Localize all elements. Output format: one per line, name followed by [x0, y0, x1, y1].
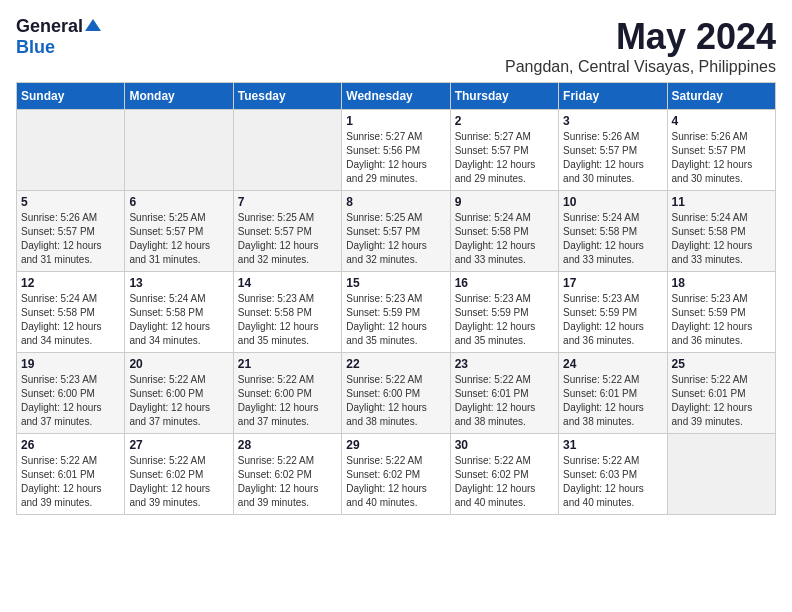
- calendar-cell: 28Sunrise: 5:22 AMSunset: 6:02 PMDayligh…: [233, 434, 341, 515]
- title-area: May 2024 Pangdan, Central Visayas, Phili…: [505, 16, 776, 76]
- logo-icon: [85, 17, 101, 33]
- calendar-cell: [667, 434, 775, 515]
- day-number: 25: [672, 357, 771, 371]
- calendar-cell: 23Sunrise: 5:22 AMSunset: 6:01 PMDayligh…: [450, 353, 558, 434]
- day-number: 14: [238, 276, 337, 290]
- weekday-header-tuesday: Tuesday: [233, 83, 341, 110]
- calendar-cell: 24Sunrise: 5:22 AMSunset: 6:01 PMDayligh…: [559, 353, 667, 434]
- calendar-cell: 20Sunrise: 5:22 AMSunset: 6:00 PMDayligh…: [125, 353, 233, 434]
- day-info: Sunrise: 5:22 AMSunset: 6:02 PMDaylight:…: [238, 454, 337, 510]
- calendar-cell: 13Sunrise: 5:24 AMSunset: 5:58 PMDayligh…: [125, 272, 233, 353]
- calendar-cell: 9Sunrise: 5:24 AMSunset: 5:58 PMDaylight…: [450, 191, 558, 272]
- calendar-cell: 3Sunrise: 5:26 AMSunset: 5:57 PMDaylight…: [559, 110, 667, 191]
- calendar-cell: 12Sunrise: 5:24 AMSunset: 5:58 PMDayligh…: [17, 272, 125, 353]
- day-info: Sunrise: 5:22 AMSunset: 6:01 PMDaylight:…: [672, 373, 771, 429]
- day-info: Sunrise: 5:23 AMSunset: 5:59 PMDaylight:…: [563, 292, 662, 348]
- day-info: Sunrise: 5:24 AMSunset: 5:58 PMDaylight:…: [563, 211, 662, 267]
- calendar-cell: 1Sunrise: 5:27 AMSunset: 5:56 PMDaylight…: [342, 110, 450, 191]
- day-info: Sunrise: 5:26 AMSunset: 5:57 PMDaylight:…: [563, 130, 662, 186]
- logo-blue-text: Blue: [16, 37, 55, 57]
- day-info: Sunrise: 5:22 AMSunset: 6:01 PMDaylight:…: [21, 454, 120, 510]
- day-number: 8: [346, 195, 445, 209]
- day-number: 26: [21, 438, 120, 452]
- day-number: 16: [455, 276, 554, 290]
- day-number: 28: [238, 438, 337, 452]
- calendar-cell: 15Sunrise: 5:23 AMSunset: 5:59 PMDayligh…: [342, 272, 450, 353]
- month-title: May 2024: [505, 16, 776, 58]
- day-info: Sunrise: 5:22 AMSunset: 6:00 PMDaylight:…: [238, 373, 337, 429]
- logo: General Blue: [16, 16, 101, 58]
- calendar-cell: 16Sunrise: 5:23 AMSunset: 5:59 PMDayligh…: [450, 272, 558, 353]
- day-number: 9: [455, 195, 554, 209]
- day-number: 17: [563, 276, 662, 290]
- calendar-body: 1Sunrise: 5:27 AMSunset: 5:56 PMDaylight…: [17, 110, 776, 515]
- day-number: 10: [563, 195, 662, 209]
- day-info: Sunrise: 5:25 AMSunset: 5:57 PMDaylight:…: [346, 211, 445, 267]
- calendar-cell: 2Sunrise: 5:27 AMSunset: 5:57 PMDaylight…: [450, 110, 558, 191]
- day-number: 12: [21, 276, 120, 290]
- day-info: Sunrise: 5:22 AMSunset: 6:02 PMDaylight:…: [346, 454, 445, 510]
- day-info: Sunrise: 5:23 AMSunset: 5:58 PMDaylight:…: [238, 292, 337, 348]
- calendar-cell: 21Sunrise: 5:22 AMSunset: 6:00 PMDayligh…: [233, 353, 341, 434]
- svg-marker-0: [85, 19, 101, 31]
- day-info: Sunrise: 5:25 AMSunset: 5:57 PMDaylight:…: [238, 211, 337, 267]
- calendar-cell: 8Sunrise: 5:25 AMSunset: 5:57 PMDaylight…: [342, 191, 450, 272]
- day-number: 18: [672, 276, 771, 290]
- day-number: 7: [238, 195, 337, 209]
- day-number: 23: [455, 357, 554, 371]
- day-info: Sunrise: 5:24 AMSunset: 5:58 PMDaylight:…: [672, 211, 771, 267]
- weekday-header-thursday: Thursday: [450, 83, 558, 110]
- calendar-cell: [17, 110, 125, 191]
- calendar-week-1: 1Sunrise: 5:27 AMSunset: 5:56 PMDaylight…: [17, 110, 776, 191]
- day-number: 6: [129, 195, 228, 209]
- day-info: Sunrise: 5:22 AMSunset: 6:01 PMDaylight:…: [563, 373, 662, 429]
- calendar-cell: 7Sunrise: 5:25 AMSunset: 5:57 PMDaylight…: [233, 191, 341, 272]
- calendar-cell: 30Sunrise: 5:22 AMSunset: 6:02 PMDayligh…: [450, 434, 558, 515]
- calendar-cell: 17Sunrise: 5:23 AMSunset: 5:59 PMDayligh…: [559, 272, 667, 353]
- weekday-header-monday: Monday: [125, 83, 233, 110]
- calendar-week-2: 5Sunrise: 5:26 AMSunset: 5:57 PMDaylight…: [17, 191, 776, 272]
- day-info: Sunrise: 5:26 AMSunset: 5:57 PMDaylight:…: [672, 130, 771, 186]
- weekday-header-wednesday: Wednesday: [342, 83, 450, 110]
- day-number: 30: [455, 438, 554, 452]
- day-number: 15: [346, 276, 445, 290]
- calendar-cell: 31Sunrise: 5:22 AMSunset: 6:03 PMDayligh…: [559, 434, 667, 515]
- day-info: Sunrise: 5:22 AMSunset: 6:00 PMDaylight:…: [129, 373, 228, 429]
- day-info: Sunrise: 5:23 AMSunset: 6:00 PMDaylight:…: [21, 373, 120, 429]
- calendar-cell: 27Sunrise: 5:22 AMSunset: 6:02 PMDayligh…: [125, 434, 233, 515]
- day-number: 19: [21, 357, 120, 371]
- calendar-cell: [233, 110, 341, 191]
- day-info: Sunrise: 5:27 AMSunset: 5:57 PMDaylight:…: [455, 130, 554, 186]
- logo-general-text: General: [16, 16, 83, 37]
- day-info: Sunrise: 5:22 AMSunset: 6:02 PMDaylight:…: [455, 454, 554, 510]
- weekday-header-saturday: Saturday: [667, 83, 775, 110]
- calendar-cell: 25Sunrise: 5:22 AMSunset: 6:01 PMDayligh…: [667, 353, 775, 434]
- day-number: 29: [346, 438, 445, 452]
- day-number: 5: [21, 195, 120, 209]
- calendar-week-4: 19Sunrise: 5:23 AMSunset: 6:00 PMDayligh…: [17, 353, 776, 434]
- calendar-header-row: SundayMondayTuesdayWednesdayThursdayFrid…: [17, 83, 776, 110]
- calendar-cell: 22Sunrise: 5:22 AMSunset: 6:00 PMDayligh…: [342, 353, 450, 434]
- calendar-cell: [125, 110, 233, 191]
- calendar-week-5: 26Sunrise: 5:22 AMSunset: 6:01 PMDayligh…: [17, 434, 776, 515]
- day-number: 13: [129, 276, 228, 290]
- day-info: Sunrise: 5:24 AMSunset: 5:58 PMDaylight:…: [455, 211, 554, 267]
- day-number: 1: [346, 114, 445, 128]
- weekday-header-sunday: Sunday: [17, 83, 125, 110]
- calendar-cell: 10Sunrise: 5:24 AMSunset: 5:58 PMDayligh…: [559, 191, 667, 272]
- calendar-cell: 19Sunrise: 5:23 AMSunset: 6:00 PMDayligh…: [17, 353, 125, 434]
- calendar-cell: 4Sunrise: 5:26 AMSunset: 5:57 PMDaylight…: [667, 110, 775, 191]
- day-number: 27: [129, 438, 228, 452]
- day-info: Sunrise: 5:26 AMSunset: 5:57 PMDaylight:…: [21, 211, 120, 267]
- day-info: Sunrise: 5:24 AMSunset: 5:58 PMDaylight:…: [129, 292, 228, 348]
- day-info: Sunrise: 5:22 AMSunset: 6:01 PMDaylight:…: [455, 373, 554, 429]
- weekday-header-friday: Friday: [559, 83, 667, 110]
- day-info: Sunrise: 5:23 AMSunset: 5:59 PMDaylight:…: [672, 292, 771, 348]
- day-number: 2: [455, 114, 554, 128]
- day-info: Sunrise: 5:23 AMSunset: 5:59 PMDaylight:…: [346, 292, 445, 348]
- day-number: 24: [563, 357, 662, 371]
- day-number: 3: [563, 114, 662, 128]
- day-info: Sunrise: 5:24 AMSunset: 5:58 PMDaylight:…: [21, 292, 120, 348]
- calendar-cell: 5Sunrise: 5:26 AMSunset: 5:57 PMDaylight…: [17, 191, 125, 272]
- calendar-cell: 18Sunrise: 5:23 AMSunset: 5:59 PMDayligh…: [667, 272, 775, 353]
